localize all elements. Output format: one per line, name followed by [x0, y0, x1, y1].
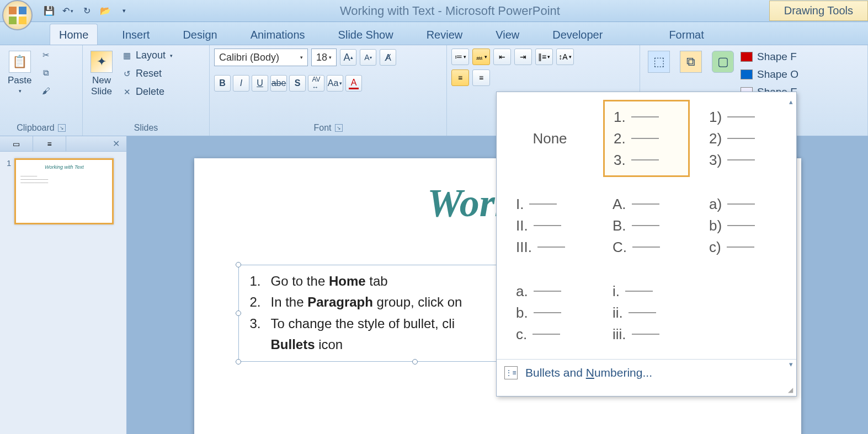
thumb-title: Working with Text	[20, 164, 108, 170]
outline-swatch-icon	[741, 69, 753, 79]
cut-icon: ✂	[40, 50, 51, 61]
decrease-indent-button[interactable]: ⇤	[493, 49, 511, 65]
group-clipboard: 📋 Paste ▾ ✂ ⧉ 🖌 Clipboard↘	[0, 45, 83, 136]
numbering-option-abc-lower[interactable]: a. b. c.	[507, 274, 593, 351]
close-pane-icon[interactable]: ✕	[106, 136, 126, 151]
ribbon-tabs: Home Insert Design Animations Slide Show…	[0, 22, 868, 45]
font-launcher[interactable]: ↘	[335, 124, 343, 132]
clipboard-label: Clipboard	[17, 123, 54, 133]
numbering-option-empty	[700, 274, 786, 351]
font-name-select[interactable]: Calibri (Body)▾	[214, 49, 308, 66]
tab-home[interactable]: Home	[50, 24, 98, 45]
increase-indent-button[interactable]: ⇥	[514, 49, 532, 65]
delete-button[interactable]: ✕Delete	[119, 85, 175, 99]
tab-format[interactable]: Format	[660, 24, 712, 45]
new-slide-button[interactable]: ✦ New Slide	[87, 49, 116, 99]
resize-grip-icon[interactable]: ◢	[497, 386, 796, 396]
styles-icon: ▢	[712, 51, 734, 73]
contextual-tab-label: Drawing Tools	[769, 1, 868, 21]
shape-fill-button[interactable]: Shape F	[741, 51, 798, 63]
numbering-option-123dot[interactable]: 1. 2. 3.	[603, 100, 690, 177]
save-icon[interactable]: 💾	[42, 4, 56, 18]
paste-icon: 📋	[9, 51, 31, 73]
copy-icon: ⧉	[40, 67, 51, 78]
quick-styles-button[interactable]: ▢	[709, 49, 737, 75]
group-font: Calibri (Body)▾ 18▾ A▴ A▾ A̸ B I U abe S…	[210, 45, 447, 136]
shrink-font-button[interactable]: A▾	[360, 49, 376, 66]
delete-icon: ✕	[121, 87, 132, 98]
open-icon[interactable]: 📂	[99, 4, 112, 18]
clear-format-button[interactable]: A̸	[380, 49, 396, 66]
text-direction-button[interactable]: ↕A▾	[556, 49, 574, 65]
numbering-gallery: ▴ None 1. 2. 3. 1) 2) 3) I. II. III. A. …	[496, 92, 797, 397]
window-title: Working with Text - Microsoft PowerPoint	[131, 4, 769, 18]
scroll-down-icon[interactable]: ▾	[789, 360, 793, 368]
underline-button[interactable]: U	[252, 75, 268, 92]
brush-icon: 🖌	[40, 85, 51, 96]
numbering-option-abc-upper[interactable]: A. B. C.	[603, 187, 690, 264]
shape-outline-button[interactable]: Shape O	[741, 68, 798, 81]
tab-design[interactable]: Design	[174, 24, 226, 45]
shapes-icon: ⬚	[648, 51, 670, 73]
format-painter-button[interactable]: 🖌	[38, 84, 54, 97]
tab-animations[interactable]: Animations	[242, 24, 314, 45]
char-spacing-button[interactable]: AV↔	[308, 75, 324, 92]
fill-swatch-icon	[741, 52, 753, 62]
numbering-option-roman-upper[interactable]: I. II. III.	[507, 187, 593, 264]
shapes-button[interactable]: ⬚	[645, 49, 673, 75]
numbering-option-123paren[interactable]: 1) 2) 3)	[700, 100, 786, 177]
cut-button[interactable]: ✂	[38, 49, 54, 62]
paste-button[interactable]: 📋 Paste ▾	[4, 49, 35, 96]
arrange-button[interactable]: ⧉	[677, 49, 705, 75]
arrange-icon: ⧉	[680, 51, 702, 73]
bullets-button[interactable]: ≔▾	[451, 49, 469, 65]
align-left-button[interactable]: ≡	[451, 69, 469, 86]
italic-button[interactable]: I	[233, 75, 249, 92]
thumb-number: 1	[7, 158, 11, 224]
numbering-option-roman-lower[interactable]: i. ii. iii.	[603, 274, 690, 351]
layout-icon: ▦	[121, 50, 132, 61]
align-center-button[interactable]: ≡	[472, 69, 490, 86]
slides-tab-icon[interactable]: ▭	[0, 136, 33, 151]
clipboard-launcher[interactable]: ↘	[58, 124, 66, 132]
title-bar: 💾 ↶▾ ↻ 📂 ▾ Working with Text - Microsoft…	[0, 0, 868, 22]
slide-thumbnail-1[interactable]: 1 Working with Text ————————————————————…	[7, 158, 120, 224]
scroll-up-icon[interactable]: ▴	[789, 98, 793, 106]
strike-button[interactable]: abe	[270, 75, 287, 92]
qat-more-icon[interactable]: ▾	[118, 4, 131, 18]
grow-font-button[interactable]: A▴	[340, 49, 356, 66]
change-case-button[interactable]: Aa▾	[327, 75, 343, 92]
numbering-option-abc-paren[interactable]: a) b) c)	[700, 187, 786, 264]
new-slide-label: New Slide	[91, 75, 112, 97]
reset-icon: ↺	[121, 68, 132, 79]
reset-button[interactable]: ↺Reset	[119, 67, 175, 81]
new-slide-icon: ✦	[90, 51, 113, 73]
group-slides: ✦ New Slide ▦Layout▾ ↺Reset ✕Delete Slid…	[83, 45, 210, 136]
quick-access-toolbar: 💾 ↶▾ ↻ 📂 ▾	[42, 4, 131, 18]
layout-button[interactable]: ▦Layout▾	[119, 49, 175, 62]
outline-tab-icon[interactable]: ≡	[33, 136, 66, 151]
tab-review[interactable]: Review	[418, 24, 472, 45]
numbering-option-none[interactable]: None	[507, 100, 593, 177]
tab-view[interactable]: View	[487, 24, 528, 45]
office-button[interactable]	[2, 0, 33, 30]
thumbnails-pane: ▭ ≡ ✕ 1 Working with Text ——————————————…	[0, 136, 127, 434]
copy-button[interactable]: ⧉	[38, 66, 54, 79]
tab-insert[interactable]: Insert	[113, 24, 158, 45]
tab-slideshow[interactable]: Slide Show	[329, 24, 402, 45]
font-label: Font	[313, 123, 331, 133]
thumb-body: ——————————————————————————	[20, 174, 108, 184]
bold-button[interactable]: B	[214, 75, 231, 92]
slides-label: Slides	[134, 123, 158, 133]
redo-icon[interactable]: ↻	[80, 4, 93, 18]
undo-icon[interactable]: ↶▾	[61, 4, 74, 18]
font-size-select[interactable]: 18▾	[311, 49, 337, 66]
font-color-button[interactable]: A	[345, 75, 362, 92]
bullets-and-numbering-menu[interactable]: ⋮≡ Bullets and Numbering...	[497, 359, 796, 386]
tab-developer[interactable]: Developer	[544, 24, 611, 45]
line-spacing-button[interactable]: ‖≡▾	[535, 49, 553, 65]
list-icon: ⋮≡	[504, 366, 518, 379]
paste-label: Paste	[8, 75, 31, 86]
shadow-button[interactable]: S	[289, 75, 306, 92]
numbering-button[interactable]: ⅏▾	[472, 49, 490, 65]
